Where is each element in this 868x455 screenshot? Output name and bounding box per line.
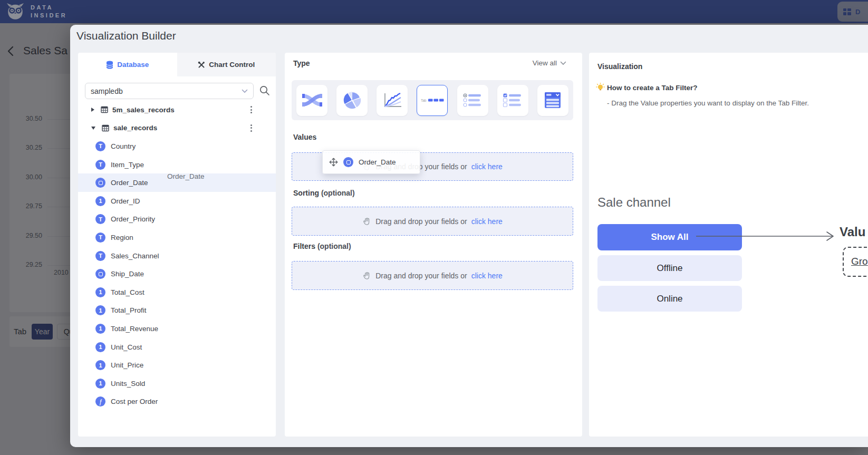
tree-field-total-profit[interactable]: 1Total_Profit [78, 302, 276, 320]
chart-type-sankey[interactable] [296, 85, 327, 116]
visualization-panel: Visualization How to create a Tab Filter… [589, 53, 868, 437]
magnifier-icon [259, 85, 270, 96]
number-field-icon: 1 [95, 379, 105, 389]
date-field-icon [95, 178, 105, 188]
preview-option-online[interactable]: Online [597, 286, 742, 312]
tree-table-sale-records[interactable]: sale_records [78, 119, 276, 138]
chart-type-radio-filter[interactable] [457, 85, 488, 116]
kebab-menu-icon[interactable] [248, 104, 254, 115]
field-name: Unit_Price [111, 361, 143, 369]
date-field-icon [343, 157, 353, 167]
field-name: Unit_Cost [111, 343, 142, 351]
field-name: Sales_Channel [111, 252, 159, 260]
tree-field-total-cost[interactable]: 1Total_Cost [78, 283, 276, 302]
chart-type-pie[interactable] [336, 85, 368, 116]
tools-icon [198, 61, 205, 69]
tree-field-cost-per-order[interactable]: ƒCost per Order [78, 393, 276, 411]
move-arrows-icon [329, 158, 338, 167]
topbar: DATA INSIDER D [0, 0, 868, 23]
filters-section-label: Filters (optional) [293, 242, 351, 250]
chart-type-checkbox-filter[interactable] [497, 85, 528, 116]
tab-chart-control[interactable]: Chart Control [177, 53, 276, 76]
builder-panel: Type View all Tab Values Drag and drop y… [285, 53, 582, 437]
values-section-label: Values [293, 133, 316, 141]
type-section-label: Type [293, 59, 310, 67]
annotation-group-label: Gro [851, 256, 868, 267]
dropzone-click-here-link[interactable]: click here [471, 272, 503, 280]
number-field-icon: 1 [95, 342, 105, 352]
tree-table-5m-sales-records[interactable]: 5m_sales_records [78, 101, 276, 119]
tree-field-units-sold[interactable]: 1Units_Sold [78, 374, 276, 393]
table-name: sale_records [113, 124, 157, 132]
tree-field-item-type[interactable]: TItem_Type [78, 156, 276, 174]
screen: Sales Sa 2010 30.5030.2530.0029.7529.502… [0, 0, 868, 455]
text-field-icon: T [95, 141, 105, 151]
drag-ghost-card: Order_Date [322, 150, 420, 174]
tree-field-region[interactable]: TRegion [78, 228, 276, 247]
number-field-icon: 1 [95, 324, 105, 334]
tree-field-ship-date[interactable]: Ship_Date [78, 265, 276, 283]
database-icon [106, 61, 113, 69]
dashboard-button[interactable]: D [837, 2, 868, 22]
tree-field-total-revenue[interactable]: 1Total_Revenue [78, 320, 276, 338]
database-select[interactable]: sampledb [85, 83, 254, 99]
text-field-icon: T [95, 214, 105, 224]
tip-body: - Drag the Value properties you want to … [607, 99, 809, 107]
grab-hand-icon [362, 217, 371, 226]
dropzone-placeholder: Drag and drop your fields or [375, 217, 467, 226]
number-field-icon: 1 [95, 305, 105, 315]
tree-field-sales-channel[interactable]: TSales_Channel [78, 247, 276, 265]
tree-field-unit-price[interactable]: 1Unit_Price [78, 356, 276, 374]
chart-type-line[interactable] [377, 85, 408, 116]
dashboard-button-label: D [855, 8, 860, 16]
sorting-dropzone[interactable]: Drag and drop your fields or click here [292, 207, 573, 236]
field-name: Units_Sold [111, 380, 145, 388]
search-button[interactable] [258, 85, 271, 98]
tree-field-order-id[interactable]: 1Order_ID [78, 192, 276, 210]
lightbulb-icon [596, 83, 605, 93]
annotation-arrow-icon [692, 229, 840, 244]
kebab-menu-icon[interactable] [248, 122, 254, 134]
brand-logo-text: DATA INSIDER [31, 4, 67, 20]
field-tree: 5m_sales_recordssale_recordsTCountryTIte… [78, 101, 276, 411]
field-name: Total_Revenue [111, 325, 158, 333]
table-icon [101, 106, 108, 113]
field-name: Total_Cost [111, 288, 144, 296]
tree-field-unit-cost[interactable]: 1Unit_Cost [78, 338, 276, 356]
tree-field-order-priority[interactable]: TOrder_Priority [78, 210, 276, 229]
field-name: Order_Priority [111, 215, 155, 223]
chart-type-tab-filter-selected[interactable]: Tab [417, 85, 448, 116]
function-field-icon: ƒ [95, 396, 105, 406]
dropzone-placeholder: Drag and drop your fields or [375, 272, 467, 280]
tab-database-label: Database [117, 61, 149, 69]
view-all-button[interactable]: View all [533, 59, 566, 67]
dashboard-grid-icon [843, 7, 852, 16]
drag-ghost-label: Order_Date [359, 158, 396, 166]
caret-right-icon[interactable] [91, 108, 94, 112]
field-name: Cost per Order [111, 398, 158, 405]
caret-down-icon[interactable] [91, 127, 95, 130]
dropzone-click-here-link[interactable]: click here [471, 162, 503, 171]
modal-title: Visualization Builder [76, 30, 176, 42]
preview-option-offline[interactable]: Offline [597, 255, 742, 281]
tree-field-country[interactable]: TCountry [78, 137, 276, 156]
text-field-icon: T [95, 160, 105, 170]
preview-title: Sale channel [597, 195, 671, 210]
chart-type-row: Tab [292, 80, 573, 120]
svg-text:Tab: Tab [421, 99, 427, 102]
chart-type-dropdown-filter[interactable] [537, 85, 568, 116]
annotation-group-box: Gro [843, 247, 868, 277]
visualization-header: Visualization [597, 62, 642, 71]
tab-database[interactable]: Database [78, 53, 177, 76]
field-name: Total_Profit [111, 306, 147, 314]
sorting-section-label: Sorting (optional) [293, 189, 355, 197]
field-name: Region [111, 234, 133, 241]
field-name: Item_Type [111, 161, 144, 169]
tip-title: How to create a Tab Filter? [607, 84, 698, 92]
owl-logo-icon [5, 2, 25, 21]
tab-chart-control-label: Chart Control [209, 61, 255, 69]
filters-dropzone[interactable]: Drag and drop your fields or click here [292, 261, 573, 290]
dropzone-click-here-link[interactable]: click here [471, 217, 503, 226]
view-all-label: View all [533, 59, 557, 67]
text-field-icon: T [95, 233, 105, 243]
